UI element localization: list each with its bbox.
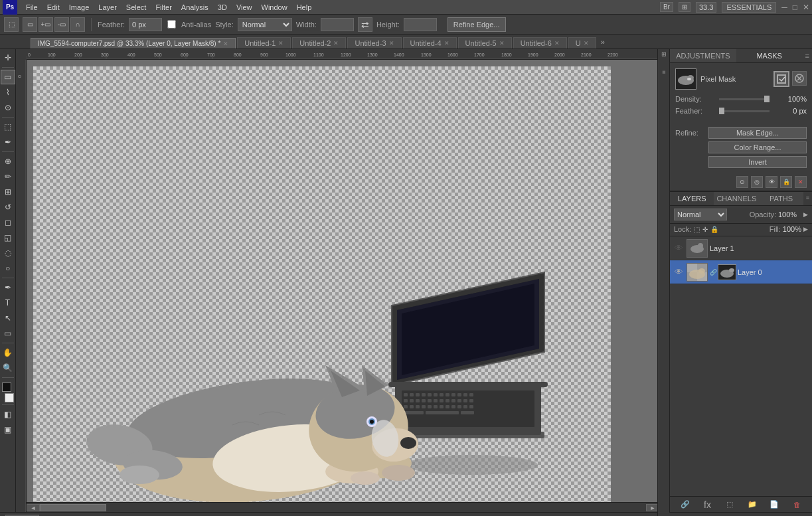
tab-overflow-arrow[interactable]: » — [598, 37, 608, 47]
healing-tool[interactable]: ⊕ — [1, 154, 15, 169]
workspace-btn[interactable]: ESSENTIALS — [722, 2, 776, 13]
tab-untitled6[interactable]: Untitled-6 ✕ — [513, 37, 567, 48]
shape-tool[interactable]: ▭ — [1, 326, 15, 341]
quick-select-tool[interactable]: ⊙ — [1, 100, 15, 115]
menu-analysis[interactable]: Analysis — [177, 2, 213, 13]
zoom-tool[interactable]: 🔍 — [1, 361, 15, 375]
tab-paths[interactable]: PATHS — [759, 192, 803, 205]
opacity-arrow[interactable]: ▶ — [803, 211, 808, 218]
foreground-color[interactable] — [2, 383, 11, 392]
blend-mode-select[interactable]: Normal Multiply Screen Overlay — [674, 209, 727, 220]
pen-tool[interactable]: ✒ — [1, 280, 15, 295]
tab-close-active[interactable]: ✕ — [223, 41, 228, 47]
eyedropper-tool[interactable]: ✒ — [1, 135, 15, 149]
menu-filter[interactable]: Filter — [151, 2, 176, 13]
density-slider[interactable] — [719, 98, 770, 100]
tab-close-2[interactable]: ✕ — [333, 40, 339, 46]
tool-preset-icon[interactable]: ⬚ — [4, 17, 19, 32]
layer-row-0[interactable]: 👁 🔗 — [670, 260, 812, 284]
feather-slider[interactable] — [719, 110, 770, 112]
feather-input[interactable] — [129, 18, 162, 31]
height-input[interactable] — [404, 18, 437, 31]
blur-tool[interactable]: ◌ — [1, 246, 15, 260]
tab-untitled5[interactable]: Untitled-5 ✕ — [458, 37, 512, 48]
style-select[interactable]: Normal Fixed Ratio Fixed Size — [238, 18, 292, 31]
background-color[interactable] — [5, 393, 14, 402]
mask-apply-icon[interactable] — [773, 71, 789, 87]
move-tool[interactable]: ✛ — [1, 50, 15, 65]
menu-edit[interactable]: Edit — [42, 2, 64, 13]
tab-close-1[interactable]: ✕ — [278, 40, 284, 46]
marquee-tool[interactable]: ▭ — [1, 70, 15, 84]
bridge-icon[interactable]: Br — [660, 2, 673, 12]
layer-row-1[interactable]: 👁 Layer 1 — [670, 236, 812, 260]
lock-all-icon[interactable]: 🔒 — [710, 226, 718, 233]
mask-icon-3[interactable]: 👁 — [766, 176, 777, 188]
tab-close-6[interactable]: ✕ — [554, 40, 560, 46]
panel-strip-icon2[interactable]: ≡ — [661, 70, 667, 74]
history-brush-tool[interactable]: ↺ — [1, 200, 15, 215]
width-input[interactable] — [321, 18, 354, 31]
tab-masks[interactable]: MASKS — [736, 49, 803, 62]
tab-close-5[interactable]: ✕ — [499, 40, 505, 46]
antialias-checkbox[interactable] — [167, 20, 176, 29]
refine-edge-button[interactable]: Refine Edge... — [447, 17, 506, 32]
tab-untitled4[interactable]: Untitled-4 ✕ — [403, 37, 457, 48]
sub-icon[interactable]: -▭ — [54, 17, 69, 32]
lock-position-icon[interactable]: ✛ — [702, 226, 708, 233]
tab-channels[interactable]: CHANNELS — [714, 192, 759, 205]
fg-bg-colors[interactable] — [1, 383, 15, 402]
hand-tool[interactable]: ✋ — [1, 345, 15, 360]
rect-marquee-icon[interactable]: ▭ — [23, 17, 37, 32]
eraser-tool[interactable]: ◻ — [1, 215, 15, 230]
menu-image[interactable]: Image — [64, 2, 94, 13]
add-style-btn[interactable]: fx — [701, 499, 713, 511]
type-tool[interactable]: T — [1, 296, 15, 310]
delete-layer-btn[interactable]: 🗑 — [791, 499, 803, 511]
tab-active[interactable]: IMG_5594-computer7.psd @ 33.3% (Layer 0,… — [31, 38, 236, 48]
intersect-icon[interactable]: ∩ — [70, 17, 85, 32]
layer-1-visibility[interactable]: 👁 — [673, 242, 685, 254]
tab-close-u[interactable]: ✕ — [584, 40, 589, 46]
mask-edge-button[interactable]: Mask Edge... — [708, 127, 807, 139]
new-layer-btn[interactable]: 📄 — [768, 499, 780, 511]
screen-mode-btn[interactable]: ▣ — [1, 422, 15, 437]
link-layers-btn[interactable]: 🔗 — [679, 499, 691, 511]
gradient-tool[interactable]: ◱ — [1, 230, 15, 245]
menu-file[interactable]: File — [21, 2, 42, 13]
mask-delete-icon[interactable] — [792, 71, 807, 86]
menu-view[interactable]: View — [232, 2, 257, 13]
path-select-tool[interactable]: ↖ — [1, 311, 15, 325]
crop-tool[interactable]: ⬚ — [1, 120, 15, 134]
layers-panel-menu[interactable]: ≡ — [803, 192, 812, 205]
menu-select[interactable]: Select — [122, 2, 151, 13]
new-group-btn[interactable]: 📁 — [746, 499, 758, 511]
tab-close-3[interactable]: ✕ — [389, 40, 394, 46]
brush-tool[interactable]: ✏ — [1, 169, 15, 184]
layer-0-link-icon[interactable]: 🔗 — [710, 269, 716, 276]
tab-untitled3[interactable]: Untitled-3 ✕ — [347, 37, 401, 48]
lock-pixels-icon[interactable]: ⬚ — [694, 226, 700, 233]
layer-0-visibility[interactable]: 👁 — [673, 266, 685, 278]
tab-close-4[interactable]: ✕ — [444, 40, 449, 46]
tab-u[interactable]: U ✕ — [568, 37, 596, 48]
minimize-btn[interactable]: ─ — [781, 3, 787, 12]
stamp-tool[interactable]: ⊞ — [1, 185, 15, 199]
lasso-tool[interactable]: ⌇ — [1, 85, 15, 100]
scrollbar-horizontal[interactable]: ◄ ► — [27, 502, 659, 512]
mask-icon-1[interactable]: ⊙ — [736, 176, 748, 188]
adj-panel-menu[interactable]: ≡ — [803, 49, 812, 62]
add-mask-btn[interactable]: ⬚ — [724, 499, 736, 511]
menu-window[interactable]: Window — [257, 2, 292, 13]
menu-layer[interactable]: Layer — [94, 2, 122, 13]
close-btn[interactable]: ✕ — [803, 3, 809, 12]
pixel-mask-thumb[interactable] — [675, 68, 696, 90]
mini-bridge-icon[interactable]: ⊞ — [679, 2, 690, 12]
swap-icon[interactable]: ⇄ — [358, 17, 372, 32]
mask-icon-4[interactable]: 🔒 — [780, 176, 792, 188]
mask-icon-5[interactable]: ✕ — [795, 176, 807, 188]
tab-adjustments[interactable]: ADJUSTMENTS — [670, 49, 736, 62]
add-icon[interactable]: +▭ — [39, 17, 53, 32]
tab-untitled2[interactable]: Untitled-2 ✕ — [292, 37, 346, 48]
maximize-btn[interactable]: □ — [793, 3, 797, 12]
